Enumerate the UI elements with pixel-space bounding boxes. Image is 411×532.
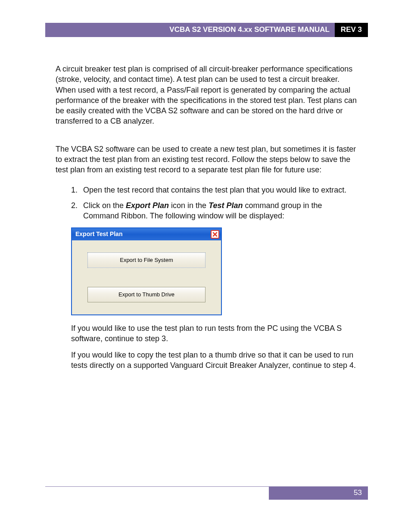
- export-plan-label: Export Plan: [126, 201, 169, 210]
- step-note-pc: If you would like to use the test plan t…: [71, 323, 358, 344]
- intro-paragraph-1: A circuit breaker test plan is comprised…: [56, 64, 358, 127]
- page-content: A circuit breaker test plan is comprised…: [45, 64, 368, 371]
- footer-bar: 53: [45, 487, 368, 500]
- intro-paragraph-2: The VCBA S2 software can be used to crea…: [56, 144, 358, 175]
- test-plan-label: Test Plan: [209, 201, 243, 210]
- header-spacer: [45, 23, 169, 37]
- dialog-body: Export to File System Export to Thumb Dr…: [72, 240, 221, 314]
- export-to-file-system-button[interactable]: Export to File System: [87, 252, 206, 268]
- page-footer: 53: [45, 486, 368, 500]
- revision-label: REV 3: [335, 23, 368, 37]
- steps-list: 1. Open the test record that contains th…: [71, 185, 358, 221]
- step-item: 2. Click on the Export Plan icon in the …: [71, 200, 358, 221]
- step-number: 1.: [71, 185, 83, 195]
- export-test-plan-dialog: Export Test Plan Export to File System E…: [71, 227, 222, 315]
- dialog-titlebar: Export Test Plan: [72, 228, 221, 240]
- dialog-title: Export Test Plan: [75, 230, 122, 238]
- step-text-mid: icon in the: [169, 201, 209, 210]
- close-icon: [212, 232, 218, 237]
- page-header: VCBA S2 VERSION 4.xx SOFTWARE MANUAL REV…: [45, 23, 368, 37]
- manual-title: VCBA S2 VERSION 4.xx SOFTWARE MANUAL: [169, 23, 335, 37]
- step-number: 2.: [71, 200, 83, 221]
- step-text: Click on the Export Plan icon in the Tes…: [83, 200, 358, 221]
- close-button[interactable]: [211, 230, 219, 239]
- step-text-pre: Click on the: [83, 201, 126, 210]
- step-note-thumb: If you would like to copy the test plan …: [71, 350, 358, 371]
- step-item: 1. Open the test record that contains th…: [71, 185, 358, 195]
- page-number: 53: [269, 487, 368, 500]
- export-to-thumb-drive-button[interactable]: Export to Thumb Drive: [87, 287, 206, 302]
- step-text: Open the test record that contains the t…: [83, 185, 358, 195]
